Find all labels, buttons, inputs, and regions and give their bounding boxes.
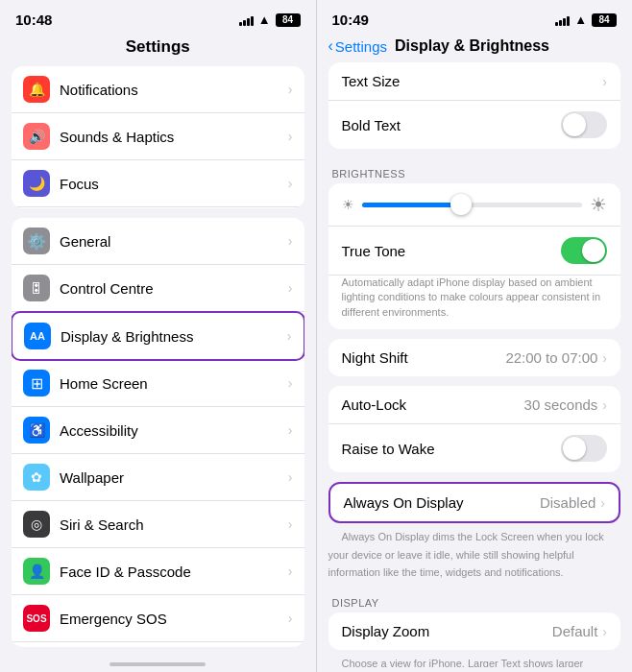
left-panel: 10:48 ▲ 84 Settings 🔔 Notifications › 🔊 … xyxy=(0,0,316,672)
controlcentre-label: Control Centre xyxy=(60,280,288,297)
settings-row-display[interactable]: AA Display & Brightness › xyxy=(12,311,304,361)
battery-icon: 84 xyxy=(276,13,301,27)
right-group-alwayson: Always On Display Disabled › xyxy=(328,482,621,523)
right-status-icons: ▲ 84 xyxy=(555,12,617,27)
right-row-autolock[interactable]: Auto-Lock 30 seconds › xyxy=(328,386,621,424)
signal-icon xyxy=(239,14,254,26)
settings-row-exposure[interactable]: 🔆 Exposure Notifications › xyxy=(12,642,304,647)
brightness-thumb xyxy=(450,194,472,215)
focus-label: Focus xyxy=(60,176,288,192)
textsize-chevron: › xyxy=(602,74,607,89)
display-label: Display & Brightness xyxy=(61,328,287,345)
displayzoom-chevron: › xyxy=(602,624,607,639)
autolock-chevron: › xyxy=(602,397,607,413)
settings-row-wallpaper[interactable]: ✿ Wallpaper › xyxy=(12,454,304,501)
controlcentre-icon: 🎛 xyxy=(23,275,50,301)
display-chevron: › xyxy=(287,328,292,344)
right-panel: 10:49 ▲ 84 ‹ Settings Display & Brightne… xyxy=(317,0,633,672)
accessibility-chevron: › xyxy=(288,422,293,438)
nav-bar: ‹ Settings Display & Brightness xyxy=(317,34,633,62)
truetone-label: True Tone xyxy=(342,243,562,259)
notifications-label: Notifications xyxy=(60,82,288,98)
controlcentre-chevron: › xyxy=(288,280,293,296)
left-time: 10:48 xyxy=(15,12,52,28)
settings-row-homescreen[interactable]: ⊞ Home Screen › xyxy=(12,360,304,407)
focus-icon: 🌙 xyxy=(23,170,50,197)
alwayson-label: Always On Display xyxy=(344,494,540,511)
wifi-icon: ▲ xyxy=(258,12,271,27)
alwayson-description: Always On Display dims the Lock Screen w… xyxy=(328,525,604,588)
autolock-label: Auto-Lock xyxy=(342,396,524,413)
settings-row-notifications[interactable]: 🔔 Notifications › xyxy=(12,66,304,113)
right-group-displayzoom: Display Zoom Default › xyxy=(328,612,621,650)
settings-row-focus[interactable]: 🌙 Focus › xyxy=(12,160,304,207)
truetone-toggle[interactable] xyxy=(561,237,607,264)
notifications-chevron: › xyxy=(288,82,293,97)
wallpaper-icon: ✿ xyxy=(23,464,50,491)
wallpaper-chevron: › xyxy=(288,469,293,485)
general-label: General xyxy=(60,233,288,250)
displayzoom-label: Display Zoom xyxy=(342,623,552,639)
settings-row-controlcentre[interactable]: 🎛 Control Centre › xyxy=(12,265,304,312)
back-button[interactable]: ‹ Settings xyxy=(328,37,388,55)
siri-chevron: › xyxy=(288,516,293,532)
settings-row-screentime[interactable]: ⏱ Screen Time › xyxy=(12,207,304,208)
raisetowake-label: Raise to Wake xyxy=(342,441,562,457)
right-row-raisetowake[interactable]: Raise to Wake xyxy=(328,424,621,472)
sos-chevron: › xyxy=(288,611,293,626)
faceid-label: Face ID & Passcode xyxy=(60,564,288,580)
brightness-track[interactable] xyxy=(362,203,583,207)
sounds-chevron: › xyxy=(288,129,293,144)
display-section-label: DISPLAY xyxy=(317,588,633,612)
alwayson-chevron: › xyxy=(600,495,605,511)
general-chevron: › xyxy=(288,233,293,249)
settings-row-accessibility[interactable]: ♿ Accessibility › xyxy=(12,407,304,454)
nightshift-chevron: › xyxy=(602,350,607,366)
settings-row-general[interactable]: ⚙️ General › xyxy=(12,218,304,265)
settings-row-sos[interactable]: SOS Emergency SOS › xyxy=(12,595,304,642)
nightshift-label: Night Shift xyxy=(342,349,506,366)
home-bar xyxy=(109,662,206,666)
focus-chevron: › xyxy=(288,176,293,191)
right-row-alwayson[interactable]: Always On Display Disabled › xyxy=(330,484,620,521)
right-row-textsize[interactable]: Text Size › xyxy=(328,62,621,101)
right-group-text: Text Size › Bold Text xyxy=(328,62,621,149)
faceid-chevron: › xyxy=(288,564,293,579)
sounds-label: Sounds & Haptics xyxy=(60,129,288,145)
right-page-title: Display & Brightness xyxy=(395,37,549,55)
back-chevron-icon: ‹ xyxy=(328,37,333,55)
left-home-indicator xyxy=(0,657,316,672)
settings-row-sounds[interactable]: 🔊 Sounds & Haptics › xyxy=(12,113,304,160)
left-status-icons: ▲ 84 xyxy=(239,12,301,27)
right-signal-icon xyxy=(555,14,570,26)
boldtext-label: Bold Text xyxy=(342,117,562,133)
right-time: 10:49 xyxy=(332,12,369,28)
right-row-nightshift[interactable]: Night Shift 22:00 to 07:00 › xyxy=(328,339,621,376)
homescreen-label: Home Screen xyxy=(60,375,288,392)
brightness-slider-row[interactable]: ☀ ☀ xyxy=(328,183,621,227)
autolock-value: 30 seconds xyxy=(524,396,598,413)
faceid-icon: 👤 xyxy=(23,558,50,585)
right-group-lock: Auto-Lock 30 seconds › Raise to Wake xyxy=(328,386,621,472)
settings-row-siri[interactable]: ◎ Siri & Search › xyxy=(12,501,304,548)
displayzoom-desc-container: Choose a view for iPhone. Larger Text sh… xyxy=(328,654,621,667)
general-icon: ⚙️ xyxy=(23,228,50,254)
raisetowake-toggle[interactable] xyxy=(561,435,607,462)
right-row-boldtext[interactable]: Bold Text xyxy=(328,101,621,149)
truetone-toggle-knob xyxy=(582,239,605,262)
sos-icon: SOS xyxy=(23,605,50,632)
settings-row-faceid[interactable]: 👤 Face ID & Passcode › xyxy=(12,548,304,595)
nightshift-value: 22:00 to 07:00 xyxy=(505,349,597,366)
right-row-truetone[interactable]: True Tone xyxy=(328,227,621,276)
right-row-displayzoom[interactable]: Display Zoom Default › xyxy=(328,612,621,650)
displayzoom-value: Default xyxy=(552,623,598,639)
homescreen-icon: ⊞ xyxy=(23,370,50,396)
alwayson-desc-container: Always On Display dims the Lock Screen w… xyxy=(328,527,621,580)
boldtext-toggle[interactable] xyxy=(561,111,607,138)
settings-group-1: 🔔 Notifications › 🔊 Sounds & Haptics › 🌙… xyxy=(12,66,304,208)
homescreen-chevron: › xyxy=(288,375,293,391)
truetone-description: Automatically adapt iPhone display based… xyxy=(342,276,608,320)
alwayson-value: Disabled xyxy=(540,494,596,511)
siri-icon: ◎ xyxy=(23,511,50,538)
right-status-bar: 10:49 ▲ 84 xyxy=(317,0,633,34)
